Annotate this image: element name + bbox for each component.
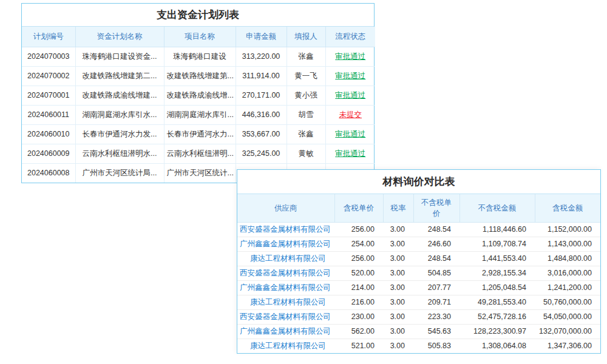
quote-table-row: 西安盛器金属材料有限公司 520.00 3.00 504.85 2,928,15… bbox=[237, 266, 600, 280]
plan-table-row: 2024070003 珠海鹤港口建设资金... 珠海鹤港口建设 313,220.… bbox=[22, 47, 375, 66]
plan-no-cell[interactable]: 2024060010 bbox=[22, 124, 75, 144]
plan-table-row: 2024060010 长春市伊通河水力发... 长春市伊通河水力... 353,… bbox=[22, 124, 375, 144]
price-with-tax-cell: 254.00 bbox=[334, 237, 383, 251]
price-without-tax-cell: 504.85 bbox=[413, 266, 459, 280]
fund-name-cell[interactable]: 改建铁路成渝线增建... bbox=[75, 86, 164, 105]
supplier-cell[interactable]: 康达工程材料有限公司 bbox=[237, 251, 334, 266]
price-with-tax-cell: 230.00 bbox=[334, 309, 383, 324]
amount-without-tax-cell: 1,441,553.40 bbox=[459, 251, 535, 266]
plan-no-cell[interactable]: 2024060008 bbox=[22, 163, 75, 183]
supplier-cell[interactable]: 西安盛器金属材料有限公司 bbox=[237, 309, 334, 324]
price-with-tax-cell: 520.00 bbox=[334, 266, 383, 280]
project-cell[interactable]: 云南水利枢纽潜明... bbox=[164, 144, 236, 163]
plan-table-row: 2024060009 云南水利枢纽潜明水... 云南水利枢纽潜明... 325,… bbox=[22, 144, 375, 163]
amount-cell: 311,914.00 bbox=[236, 66, 287, 86]
price-without-tax-cell: 209.71 bbox=[413, 295, 459, 309]
fund-name-cell[interactable]: 云南水利枢纽潜明水... bbox=[75, 144, 164, 163]
amount-cell: 353,667.00 bbox=[236, 124, 287, 144]
supplier-cell[interactable]: 康达工程材料有限公司 bbox=[237, 339, 334, 353]
amount-with-tax-cell: 1,241,200.00 bbox=[535, 280, 600, 295]
quote-table-row: 康达工程材料有限公司 256.00 3.00 248.54 1,441,553.… bbox=[237, 251, 600, 266]
project-cell[interactable]: 珠海鹤港口建设 bbox=[164, 47, 236, 66]
amount-cell: 270,171.00 bbox=[236, 86, 287, 105]
fund-name-cell[interactable]: 广州市天河区统计局... bbox=[75, 163, 164, 183]
plan-no-cell[interactable]: 2024060009 bbox=[22, 144, 75, 163]
status-cell[interactable]: 审批通过 bbox=[325, 144, 375, 163]
amount-without-tax-cell: 1,118,446.60 bbox=[459, 222, 535, 237]
supplier-cell[interactable]: 西安盛器金属材料有限公司 bbox=[237, 266, 334, 280]
tax-rate-cell: 3.00 bbox=[383, 266, 413, 280]
plan-no-cell[interactable]: 2024070003 bbox=[22, 47, 75, 66]
amount-with-tax-cell: 3,016,000.00 bbox=[535, 266, 600, 280]
project-cell[interactable]: 改建铁路线增建第... bbox=[164, 66, 236, 86]
price-without-tax-cell: 248.54 bbox=[413, 251, 459, 266]
amount-without-tax-cell: 49,281,553.40 bbox=[459, 295, 535, 309]
quote-col-header-supplier: 供应商 bbox=[237, 194, 334, 222]
plan-no-cell[interactable]: 2024070001 bbox=[22, 86, 75, 105]
quote-table-row: 西安盛器金属材料有限公司 230.00 3.00 223.30 52,475,7… bbox=[237, 309, 600, 324]
supplier-cell[interactable]: 广州鑫鑫金属材料有限公司 bbox=[237, 324, 334, 339]
quote-table-row: 西安盛器金属材料有限公司 256.00 3.00 248.54 1,118,44… bbox=[237, 222, 600, 237]
reporter-cell: 张鑫 bbox=[287, 124, 325, 144]
reporter-cell: 黄敏 bbox=[287, 144, 325, 163]
price-with-tax-cell: 562.00 bbox=[334, 324, 383, 339]
amount-cell: 446,316.00 bbox=[236, 105, 287, 124]
tax-rate-cell: 3.00 bbox=[383, 251, 413, 266]
fund-name-cell[interactable]: 湖南洞庭湖水库引水... bbox=[75, 105, 164, 124]
tax-rate-cell: 3.00 bbox=[383, 309, 413, 324]
quote-col-header-price-tax: 含税单价 bbox=[334, 194, 383, 222]
fund-name-cell[interactable]: 长春市伊通河水力发... bbox=[75, 124, 164, 144]
price-with-tax-cell: 216.00 bbox=[334, 295, 383, 309]
quote-col-header-price-no-tax: 不含税单价 bbox=[413, 194, 459, 222]
price-without-tax-cell: 248.54 bbox=[413, 222, 459, 237]
status-cell[interactable]: 审批通过 bbox=[325, 124, 375, 144]
status-cell[interactable]: 未提交 bbox=[325, 105, 375, 124]
price-without-tax-cell: 223.30 bbox=[413, 309, 459, 324]
plan-no-cell[interactable]: 2024070002 bbox=[22, 66, 75, 86]
status-cell[interactable]: 审批通过 bbox=[325, 47, 375, 66]
amount-without-tax-cell: 128,223,300.97 bbox=[459, 324, 535, 339]
reporter-cell: 黄小强 bbox=[287, 86, 325, 105]
plan-col-header-fund-name: 资金计划名称 bbox=[75, 27, 164, 47]
expenditure-plan-title: 支出资金计划列表 bbox=[22, 4, 374, 27]
material-inquiry-table: 供应商 含税单价 税率 不含税单价 不含税金额 含税金额 西安盛器金属材料有限公… bbox=[237, 194, 600, 353]
project-cell[interactable]: 改建铁路成渝线增... bbox=[164, 86, 236, 105]
tax-rate-cell: 3.00 bbox=[383, 237, 413, 251]
amount-cell: 313,220.00 bbox=[236, 47, 287, 66]
tax-rate-cell: 3.00 bbox=[383, 324, 413, 339]
status-cell[interactable]: 审批通过 bbox=[325, 66, 375, 86]
price-without-tax-cell: 545.63 bbox=[413, 324, 459, 339]
expenditure-plan-panel: 支出资金计划列表 计划编号 资金计划名称 项目名称 申请金额 填报人 流程状态 … bbox=[21, 3, 375, 183]
amount-with-tax-cell: 54,050,000.00 bbox=[535, 309, 600, 324]
amount-without-tax-cell: 1,109,708.74 bbox=[459, 237, 535, 251]
price-without-tax-cell: 246.60 bbox=[413, 237, 459, 251]
quote-table-header-row: 供应商 含税单价 税率 不含税单价 不含税金额 含税金额 bbox=[237, 194, 600, 222]
quote-table-row: 康达工程材料有限公司 216.00 3.00 209.71 49,281,553… bbox=[237, 295, 600, 309]
status-cell[interactable]: 审批通过 bbox=[325, 86, 375, 105]
amount-with-tax-cell: 1,152,000.00 bbox=[535, 222, 600, 237]
supplier-cell[interactable]: 康达工程材料有限公司 bbox=[237, 295, 334, 309]
amount-without-tax-cell: 1,308,064.08 bbox=[459, 339, 535, 353]
amount-with-tax-cell: 1,484,800.00 bbox=[535, 251, 600, 266]
supplier-cell[interactable]: 广州鑫鑫金属材料有限公司 bbox=[237, 237, 334, 251]
plan-col-header-status: 流程状态 bbox=[325, 27, 375, 47]
amount-with-tax-cell: 1,143,000.00 bbox=[535, 237, 600, 251]
material-inquiry-title: 材料询价对比表 bbox=[237, 170, 600, 194]
reporter-cell: 张鑫 bbox=[287, 47, 325, 66]
fund-name-cell[interactable]: 改建铁路线增建第二... bbox=[75, 66, 164, 86]
amount-with-tax-cell: 50,760,000.00 bbox=[535, 295, 600, 309]
project-cell[interactable]: 广州市天河区统计... bbox=[164, 163, 236, 183]
tax-rate-cell: 3.00 bbox=[383, 295, 413, 309]
supplier-cell[interactable]: 西安盛器金属材料有限公司 bbox=[237, 222, 334, 237]
plan-no-cell[interactable]: 2024060011 bbox=[22, 105, 75, 124]
project-cell[interactable]: 湖南洞庭湖水库引... bbox=[164, 105, 236, 124]
quote-table-row: 广州鑫鑫金属材料有限公司 562.00 3.00 545.63 128,223,… bbox=[237, 324, 600, 339]
fund-name-cell[interactable]: 珠海鹤港口建设资金... bbox=[75, 47, 164, 66]
amount-cell: 325,245.00 bbox=[236, 144, 287, 163]
supplier-cell[interactable]: 广州鑫鑫金属材料有限公司 bbox=[237, 280, 334, 295]
price-without-tax-cell: 505.83 bbox=[413, 339, 459, 353]
project-cell[interactable]: 长春市伊通河水力... bbox=[164, 124, 236, 144]
reporter-cell: 胡雪 bbox=[287, 105, 325, 124]
quote-table-row: 广州鑫鑫金属材料有限公司 214.00 3.00 207.77 1,205,04… bbox=[237, 280, 600, 295]
quote-col-header-amount-tax: 含税金额 bbox=[535, 194, 600, 222]
